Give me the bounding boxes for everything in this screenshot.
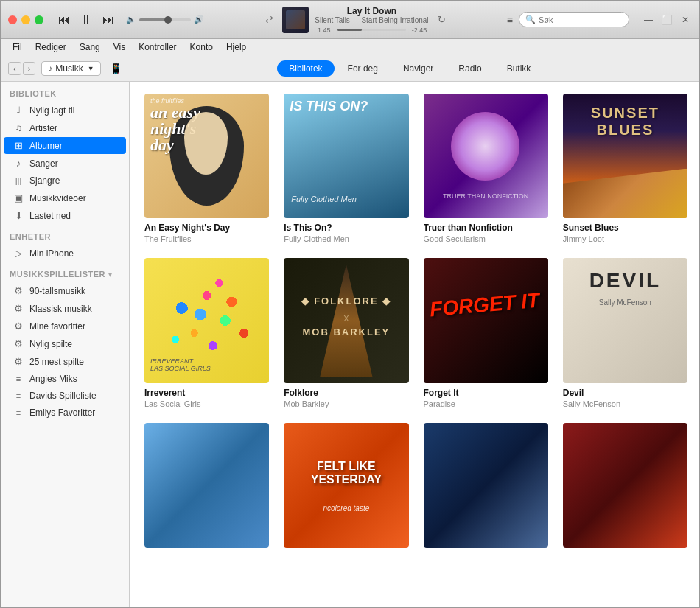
menu-vis[interactable]: Vis — [108, 41, 131, 54]
sidebar-item-sanger[interactable]: ♪ Sanger — [4, 155, 126, 172]
sidebar-item-davids[interactable]: ≡ Davids Spilleliste — [4, 388, 126, 404]
devil-text: DEVIL — [563, 269, 687, 293]
album-truer[interactable]: TRUER THAN NONFICTION Truer than Nonfict… — [424, 94, 548, 243]
maximize-button[interactable] — [35, 15, 43, 24]
menu-fil[interactable]: Fil — [7, 41, 28, 54]
sidebar-item-nylig[interactable]: ♩ Nylig lagt til — [4, 102, 126, 119]
forget-text: FORGET IT — [429, 291, 540, 319]
progress-track[interactable] — [337, 29, 405, 31]
album-cover-sunset: SUNSET BLUES — [563, 94, 687, 218]
devices-section-label: Enheter — [1, 225, 129, 244]
search-input[interactable] — [539, 15, 612, 24]
playlists-section-label: Musikkspillelister — [10, 270, 105, 279]
felt-text: FELT LIKE YESTERDAY — [290, 460, 402, 486]
pause-button[interactable]: ⏸ — [77, 12, 95, 28]
nav-forward[interactable]: › — [23, 62, 36, 75]
time-remaining: -2.45 — [410, 27, 429, 34]
album-cover-row3-3 — [424, 423, 548, 548]
sidebar-label-sjangre: Sjangre — [29, 175, 60, 186]
sidebar-item-25mest[interactable]: ⚙ 25 mest spilte — [4, 353, 126, 370]
sidebar-item-90tall[interactable]: ⚙ 90-tallsmusikk — [4, 282, 126, 299]
track-sub: Silent Tails — Start Being Irrational — [315, 16, 428, 24]
album-isthison[interactable]: IS THIS ON? Fully Clothed Men Is This On… — [284, 94, 408, 243]
search-icon: 🔍 — [525, 15, 536, 24]
nav-back[interactable]: ‹ — [8, 62, 21, 75]
album-cover-forget: FORGET IT — [424, 258, 548, 382]
sidebar-label-90tall: 90-tallsmusikk — [29, 286, 85, 296]
playlist-gear-icon-5: ⚙ — [13, 356, 24, 367]
close-button[interactable] — [8, 15, 17, 24]
menu-rediger[interactable]: Rediger — [29, 41, 72, 54]
sidebar-label-sanger: Sanger — [29, 158, 58, 169]
album-row3-felt[interactable]: FELT LIKE YESTERDAY ncolored taste — [284, 423, 408, 553]
sunset-text: SUNSET BLUES — [563, 105, 687, 139]
album-artist-sunset: Jimmy Loot — [563, 234, 687, 243]
album-cover-easy-nights: the fruitflies an easynight'sday — [144, 94, 269, 218]
recently-added-icon: ♩ — [13, 105, 24, 116]
now-playing-artwork — [282, 7, 309, 33]
time-elapsed: 1.45 — [315, 27, 333, 34]
sidebar-item-klassisk[interactable]: ⚙ Klassisk musikk — [4, 300, 126, 317]
tab-naviger[interactable]: Naviger — [391, 60, 445, 77]
volume-max-icon: 🔊 — [194, 15, 204, 24]
sidebar-item-emilys[interactable]: ≡ Emilys Favoritter — [4, 405, 126, 421]
playlist-gear-icon-3: ⚙ — [13, 321, 24, 332]
source-selector[interactable]: ♪ Musikk ▼ — [41, 61, 100, 76]
playlist-list-icon-3: ≡ — [13, 408, 24, 417]
chrome-minimize[interactable]: — — [641, 13, 656, 27]
nav-tabs: Bibliotek For deg Naviger Radio Butikk — [128, 60, 692, 77]
transport-controls: ⏮ ⏸ ⏭ — [55, 12, 117, 28]
album-cover-row3-1 — [144, 423, 269, 548]
menu-kontroller[interactable]: Kontroller — [133, 41, 182, 54]
playlist-gear-icon-4: ⚙ — [13, 338, 24, 349]
tab-bibliotek[interactable]: Bibliotek — [277, 60, 334, 77]
repeat-button[interactable]: ↻ — [436, 13, 447, 27]
album-title-sunset: Sunset Blues — [563, 223, 687, 233]
sidebar-item-albumer[interactable]: ⊞ Albumer — [4, 137, 126, 154]
sidebar-item-minefavoritter[interactable]: ⚙ Mine favoritter — [4, 318, 126, 335]
album-easy-nights[interactable]: the fruitflies an easynight'sday An Easy… — [144, 94, 269, 243]
device-icon-phone: 📱 — [110, 63, 122, 74]
album-row3-1[interactable] — [144, 423, 269, 553]
menu-sang[interactable]: Sang — [74, 41, 106, 54]
album-devil[interactable]: DEVIL Sally McFenson Devil Sally McFenso… — [563, 258, 687, 408]
sidebar-item-sjangre[interactable]: ||| Sjangre — [4, 172, 126, 189]
sidebar-label-nylig: Nylig lagt til — [29, 105, 74, 116]
chrome-close[interactable]: ✕ — [679, 13, 692, 27]
album-row3-4[interactable] — [563, 423, 687, 553]
sidebar-item-lastet[interactable]: ⬇ Lastet ned — [4, 207, 126, 224]
sidebar-item-iphone[interactable]: ▷ Min iPhone — [4, 245, 126, 262]
tab-radio[interactable]: Radio — [447, 60, 493, 77]
prev-button[interactable]: ⏮ — [55, 12, 73, 28]
next-button[interactable]: ⏭ — [99, 12, 117, 28]
album-title-isthison: Is This On? — [284, 223, 408, 233]
album-forget[interactable]: FORGET IT Forget It Paradise — [424, 258, 548, 408]
volume-track[interactable] — [139, 18, 191, 21]
album-row3-3[interactable] — [424, 423, 548, 553]
sidebar-item-musikkvideoer[interactable]: ▣ Musikkvideoer — [4, 189, 126, 206]
album-irreverent[interactable]: IRREVERANTLAS SOCIAL GIRLS Irreverent La… — [144, 258, 269, 408]
tab-butikk[interactable]: Butikk — [495, 60, 543, 77]
sidebar-item-artister[interactable]: ♫ Artister — [4, 119, 126, 136]
tab-fordeg[interactable]: For deg — [336, 60, 390, 77]
minimize-button[interactable] — [21, 15, 30, 24]
album-sunset[interactable]: SUNSET BLUES Sunset Blues Jimmy Loot — [563, 94, 687, 243]
playlist-gear-icon-2: ⚙ — [13, 303, 24, 314]
shuffle-button[interactable]: ⇄ — [264, 13, 275, 27]
list-view-button[interactable]: ≡ — [507, 14, 513, 26]
album-artist-isthison: Fully Clothed Men — [284, 234, 408, 243]
search-box[interactable]: 🔍 — [519, 12, 629, 27]
chrome-restore[interactable]: ⬜ — [659, 13, 676, 27]
sidebar-label-nyligspilte: Nylig spilte — [29, 339, 72, 349]
sidebar-item-nyligspilte[interactable]: ⚙ Nylig spilte — [4, 335, 126, 352]
menu-hjelp[interactable]: Hjelp — [220, 41, 252, 54]
progress-fill — [337, 29, 361, 31]
volume-control[interactable]: 🔈 🔊 — [126, 15, 204, 24]
menu-konto[interactable]: Konto — [184, 41, 219, 54]
album-cover-irreverent: IRREVERANTLAS SOCIAL GIRLS — [144, 258, 269, 382]
window-controls — [8, 15, 43, 24]
sidebar-item-angiesmiks[interactable]: ≡ Angies Miks — [4, 371, 126, 387]
album-artist-folklore: Mob Barkley — [284, 399, 408, 408]
album-folklore[interactable]: ◆ FOLKLORE ◆ X MOB BARKLEY Folklore Mob … — [284, 258, 408, 408]
nav-arrows: ‹ › — [8, 62, 35, 75]
